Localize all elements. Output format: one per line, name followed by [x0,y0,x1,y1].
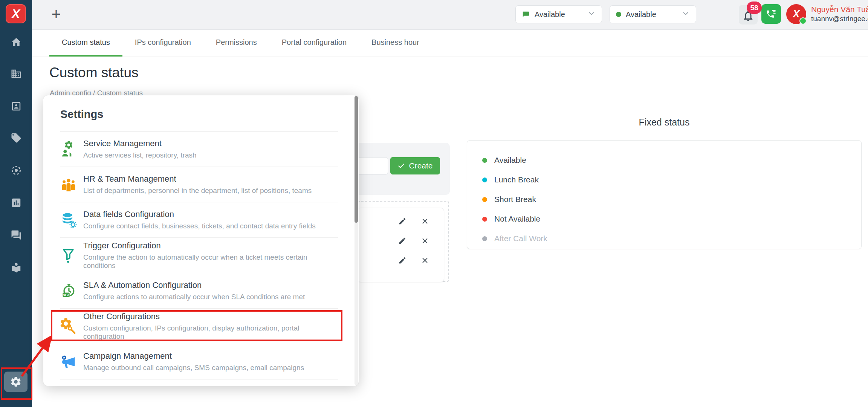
check-icon [397,162,405,170]
hr-team-icon [60,176,77,193]
create-button-label: Create [409,161,432,170]
sidebar-item-target[interactable] [0,165,32,176]
settings-menu: Service Management Active services list,… [60,132,338,379]
modal-scrollbar-thumb[interactable] [355,96,358,223]
pencil-icon [398,217,406,225]
call-status-dot-icon [616,12,621,17]
menu-item-data-fields-configuration[interactable]: Data fields Configuration Configure cont… [60,202,338,238]
plus-icon: + [52,5,61,23]
sla-icon-text: SLA [63,293,70,297]
brand-logo[interactable]: X [6,5,25,23]
menu-item-sla-automation-configuration[interactable]: SLA SLA & Automation Configuration Confi… [60,273,338,309]
status-label: Lunch Break [494,175,539,184]
database-icon [60,212,77,228]
delete-button[interactable] [421,237,429,246]
chat-status-icon [522,10,530,18]
close-icon [421,217,429,225]
annotation-gear-box [1,367,32,400]
menu-item-title: Trigger Configuration [83,241,338,251]
sidebar-item-training[interactable] [0,262,32,273]
menu-item-title: Campaign Management [83,351,304,361]
menu-item-hr-team-management[interactable]: HR & Team Management List of departments… [60,167,338,202]
menu-item-subtitle: Configure contact fields, businesses, ti… [83,222,316,230]
menu-item-subtitle: Active services list, repository, trash [83,151,197,159]
menu-item-title: HR & Team Management [83,174,312,184]
delete-button[interactable] [421,256,429,266]
custom-status-list-card [357,208,444,282]
user-email: tuannv@stringee.com [811,14,868,23]
sidebar: X [0,0,32,407]
tab-business-hour[interactable]: Business hour [359,29,432,57]
sidebar-item-home[interactable] [0,37,32,48]
annotation-highlight-box [51,310,342,341]
user-name: Nguyễn Văn Tuấn [811,5,868,14]
avatar[interactable]: X [786,4,806,24]
status-label: Short Break [494,195,536,204]
menu-item-title: SLA & Automation Configuration [83,280,305,290]
menu-item-text: SLA & Automation Configuration Configure… [83,280,305,301]
status-row: After Call Work [467,229,861,248]
menu-item-title: Data fields Configuration [83,210,316,219]
chat-status-value: Available [535,10,583,19]
sidebar-item-chat[interactable] [0,230,32,241]
edit-button[interactable] [398,237,406,246]
megaphone-icon [60,353,77,370]
menu-item-text: HR & Team Management List of departments… [83,174,312,195]
sidebar-item-organization[interactable] [0,68,32,80]
add-button[interactable]: + [49,3,63,26]
fixed-status-title: Fixed status [467,117,862,128]
pencil-icon [398,237,406,245]
menu-item-text: Trigger Configuration Configure the acti… [83,241,338,270]
sidebar-item-reports[interactable] [0,197,32,208]
menu-item-text: Campaign Management Manage outbound call… [83,351,304,372]
chat-bubbles-icon [11,230,22,241]
delete-button[interactable] [421,217,429,227]
edit-button[interactable] [398,217,406,227]
fixed-status-card: Available Lunch Break Short Break Not Av… [467,140,862,249]
topbar: + Available Available 58 X Nguyễn Văn [32,0,868,30]
tab-custom-status[interactable]: Custom status [49,29,122,57]
status-dot-icon [482,197,487,202]
menu-item-subtitle: List of departments, personnel in the de… [83,187,312,195]
status-dot-icon [482,236,487,241]
modal-scrollbar [355,96,358,385]
status-dot-icon [482,177,487,182]
status-row: Lunch Break [467,170,861,190]
tab-permissions[interactable]: Permissions [203,29,269,57]
home-icon [11,37,22,48]
status-dot-icon [482,158,487,163]
menu-item-text: Service Management Active services list,… [83,139,197,159]
phone-icon [766,8,777,20]
brand-logo-letter: X [12,7,20,21]
call-status-dropdown[interactable]: Available [610,5,696,23]
sidebar-item-contacts[interactable] [0,101,32,112]
service-management-icon [60,141,77,158]
tab-portal-configuration[interactable]: Portal configuration [269,29,359,57]
sidebar-item-tags[interactable] [0,132,32,144]
chat-status-dropdown[interactable]: Available [515,5,602,23]
status-row: Available [467,150,861,170]
menu-item-service-management[interactable]: Service Management Active services list,… [60,132,338,167]
status-row: Short Break [467,190,861,209]
tab-bar: Custom status IPs configuration Permissi… [32,29,868,57]
user-menu[interactable]: Nguyễn Văn Tuấn tuannv@stringee.com [811,5,868,23]
status-label: Available [494,156,526,165]
tab-ips-configuration[interactable]: IPs configuration [122,29,203,57]
menu-item-subtitle: Configure the action to automatically oc… [83,253,338,270]
pencil-icon [398,256,406,265]
settings-modal: Settings Service Management Active servi… [43,95,359,386]
menu-item-trigger-configuration[interactable]: Trigger Configuration Configure the acti… [60,238,338,273]
status-row: Not Available [467,209,861,229]
create-button[interactable]: Create [390,157,440,174]
edit-button[interactable] [398,256,406,266]
avatar-letter: X [793,8,799,20]
notification-badge: 58 [747,2,762,14]
bar-chart-icon [11,197,22,208]
sla-gauge-icon: SLA [60,283,77,299]
target-icon [11,165,22,176]
building-icon [11,68,22,80]
chevron-down-icon [682,9,690,19]
menu-item-campaign-management[interactable]: Campaign Management Manage outbound call… [60,344,338,379]
call-button[interactable] [761,4,781,24]
close-icon [421,237,429,245]
